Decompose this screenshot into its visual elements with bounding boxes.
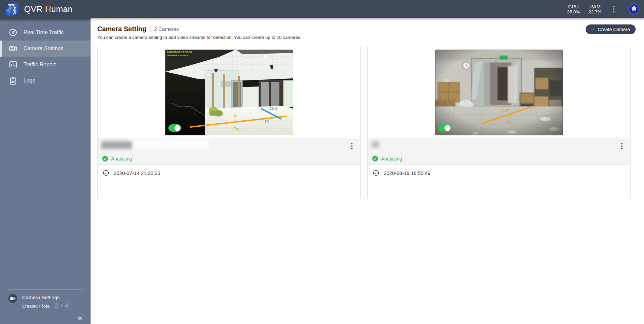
camera-enable-toggle[interactable] — [438, 124, 451, 132]
toggle-knob — [174, 125, 180, 131]
clock-icon — [373, 170, 379, 176]
line-label-blue-in: In — [265, 119, 269, 124]
topbar-divider — [623, 5, 623, 13]
page-title: Camera Setting — [97, 25, 147, 33]
camera-card-list: In Out Out In 2020/05/08 17:35:38 Networ… — [91, 40, 644, 200]
sidebar-item-logs[interactable]: Logs — [0, 73, 91, 89]
created-total-value: 2 / 4 — [55, 302, 69, 309]
main-content: Camera Setting 2 Cameras You can create … — [91, 18, 644, 324]
clock-icon — [103, 170, 109, 176]
card-info-bar: Analyzing — [368, 138, 630, 165]
title-divider — [150, 26, 151, 32]
toggle-knob — [444, 125, 450, 131]
line-label-blue-out: Out — [270, 106, 277, 111]
card-footer: 2020-08-19 16:55:49 — [368, 165, 630, 181]
ram-value: 22.7% — [589, 9, 601, 15]
line-label-orange-out: Out — [233, 126, 241, 131]
ram-label: RAM — [589, 4, 601, 9]
page-description: You can create a camera setting to add v… — [97, 35, 644, 40]
camera-circle-icon — [8, 294, 17, 303]
status-badge: Analyzing — [372, 156, 402, 161]
warehouse-snapshot: Out In — [435, 50, 563, 135]
sidebar: Real Time Traffic Camera Settings Traffi… — [0, 18, 91, 324]
check-circle-icon — [372, 156, 378, 161]
camera-card-2: Out In Analyzing — [367, 46, 631, 200]
bar-chart-icon — [9, 60, 17, 69]
app-logo-icon — [5, 2, 18, 16]
camera-count: 2 Cameras — [154, 26, 179, 32]
created-total-label: Created / Total: — [22, 304, 52, 309]
sidebar-footer: Camera Settings Created / Total: 2 / 4 « — [0, 289, 91, 324]
status-label: Analyzing — [111, 156, 132, 161]
sidebar-item-label: Logs — [23, 78, 35, 84]
camera-name-redacted — [371, 141, 379, 148]
camera-name-redacted — [101, 141, 132, 149]
card-footer: 2020-07-14 21:22:33 — [98, 165, 360, 181]
status-badge: Analyzing — [102, 156, 132, 161]
created-timestamp: 2020-07-14 21:22:33 — [114, 170, 160, 176]
ram-stat: RAM 22.7% — [589, 4, 601, 15]
page-header: Camera Setting 2 Cameras You can create … — [91, 18, 644, 40]
sidebar-collapse-button[interactable]: « — [0, 309, 91, 324]
osd-timestamp: 2020/05/08 17:35:38 — [167, 51, 192, 54]
create-camera-label: Create Camera — [598, 27, 630, 32]
topbar-menu-button[interactable] — [610, 4, 618, 14]
line-label-orange-in: In — [507, 120, 511, 125]
line-label-orange-out: Out — [501, 108, 508, 113]
cpu-value: 35.0% — [567, 9, 580, 15]
card-menu-button[interactable] — [347, 141, 357, 151]
sidebar-item-label: Real Time Traffic — [23, 29, 64, 36]
document-icon — [9, 76, 17, 85]
footer-title: Camera Settings — [22, 294, 69, 300]
status-label: Analyzing — [381, 156, 402, 161]
top-bar: QVR Human CPU 35.0% RAM 22.7% — [0, 0, 644, 18]
sidebar-item-label: Traffic Report — [23, 62, 56, 68]
video-camera-icon — [9, 44, 17, 53]
check-circle-icon — [102, 156, 108, 161]
app-title: QVR Human — [24, 4, 72, 14]
qvr-human-window: QVR Human CPU 35.0% RAM 22.7% — [0, 0, 644, 324]
sidebar-item-traffic-report[interactable]: Traffic Report — [0, 57, 91, 73]
lobby-snapshot: In Out Out In — [165, 50, 293, 135]
camera-card-1: In Out Out In 2020/05/08 17:35:38 Networ… — [97, 46, 361, 200]
plus-icon: + — [591, 26, 595, 32]
user-avatar[interactable] — [628, 3, 640, 15]
gauge-icon — [9, 28, 17, 37]
camera-osd-overlay: 2020/05/08 17:35:38 Network Camera — [167, 51, 192, 57]
camera-enable-toggle[interactable] — [168, 124, 181, 132]
sidebar-item-camera-settings[interactable]: Camera Settings — [0, 41, 91, 57]
osd-camera-label: Network Camera — [167, 54, 192, 57]
cpu-label: CPU — [567, 4, 580, 9]
camera-thumbnail-2[interactable]: Out In — [435, 50, 563, 135]
create-camera-button[interactable]: + Create Camera — [586, 24, 636, 34]
line-label-orange-in: In — [234, 113, 237, 118]
created-total: Created / Total: 2 / 4 — [22, 302, 69, 309]
created-timestamp: 2020-08-19 16:55:49 — [384, 170, 430, 176]
cpu-stat: CPU 35.0% — [567, 4, 580, 15]
sidebar-item-real-time-traffic[interactable]: Real Time Traffic — [0, 24, 91, 41]
sidebar-item-label: Camera Settings — [23, 46, 63, 52]
card-info-bar: Analyzing — [98, 138, 360, 165]
card-menu-button[interactable] — [617, 141, 627, 151]
camera-thumbnail-1[interactable]: In Out Out In 2020/05/08 17:35:38 Networ… — [165, 50, 293, 135]
